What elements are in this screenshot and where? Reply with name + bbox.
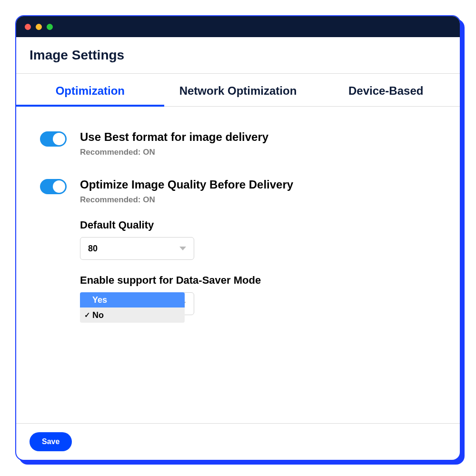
- setting-best-format-title: Use Best format for image delivery: [80, 130, 436, 144]
- data-saver-option-no[interactable]: ✓ No: [80, 307, 185, 323]
- setting-optimize-quality-title: Optimize Image Quality Before Delivery: [80, 178, 436, 191]
- tab-network-optimization[interactable]: Network Optimization: [164, 74, 312, 106]
- default-quality-group: Default Quality 80: [80, 219, 436, 260]
- default-quality-select[interactable]: 80: [80, 237, 194, 260]
- window-titlebar: [16, 16, 460, 37]
- window-minimize-dot[interactable]: [36, 24, 42, 30]
- page-header: Image Settings: [16, 37, 460, 74]
- toggle-optimize-quality[interactable]: [40, 179, 67, 194]
- data-saver-dropdown: ✓ Yes ✓ No: [80, 292, 185, 323]
- footer: Save: [16, 423, 460, 460]
- option-label: Yes: [92, 295, 107, 305]
- setting-optimize-quality: Optimize Image Quality Before Delivery R…: [40, 178, 436, 292]
- option-label: No: [92, 310, 104, 320]
- toggle-best-format[interactable]: [40, 131, 67, 147]
- setting-optimize-quality-subtitle: Recommended: ON: [80, 195, 436, 205]
- settings-content: Use Best format for image delivery Recom…: [16, 107, 460, 423]
- toggle-knob-icon: [53, 133, 65, 145]
- data-saver-group: Enable support for Data-Saver Mode ✓ Yes: [80, 274, 436, 287]
- window-maximize-dot[interactable]: [47, 24, 53, 30]
- setting-best-format-body: Use Best format for image delivery Recom…: [80, 130, 436, 157]
- data-saver-option-yes[interactable]: ✓ Yes: [80, 292, 185, 307]
- setting-best-format: Use Best format for image delivery Recom…: [40, 130, 436, 157]
- tab-device-based[interactable]: Device-Based: [312, 74, 460, 106]
- setting-optimize-quality-body: Optimize Image Quality Before Delivery R…: [80, 178, 436, 292]
- settings-window: Image Settings Optimization Network Opti…: [15, 15, 461, 461]
- chevron-down-icon: [179, 247, 186, 250]
- toggle-knob-icon: [53, 180, 65, 193]
- window-close-dot[interactable]: [25, 24, 31, 30]
- default-quality-value: 80: [88, 244, 98, 254]
- tabs-bar: Optimization Network Optimization Device…: [16, 74, 460, 107]
- check-icon: ✓: [83, 311, 91, 319]
- default-quality-label: Default Quality: [80, 219, 436, 231]
- page-title: Image Settings: [30, 48, 446, 63]
- data-saver-label: Enable support for Data-Saver Mode: [80, 274, 436, 287]
- save-button[interactable]: Save: [30, 432, 72, 451]
- tab-optimization[interactable]: Optimization: [16, 74, 164, 106]
- setting-best-format-subtitle: Recommended: ON: [80, 148, 436, 157]
